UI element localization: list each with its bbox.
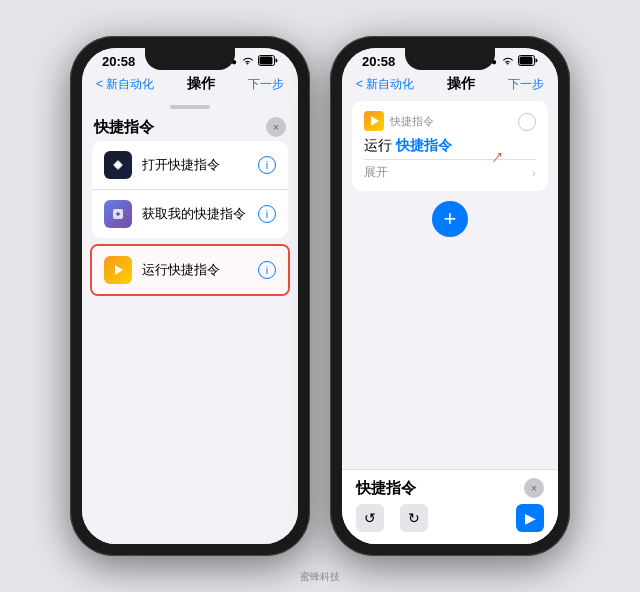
- list-container-left: 打开快捷指令 i 获取我的快捷指令: [92, 141, 288, 238]
- right-phone: 20:58 ●●● < 新自动化 操作 下一步: [330, 36, 570, 556]
- list-item-info-1[interactable]: i: [258, 156, 276, 174]
- action-card-icon: [364, 111, 384, 131]
- svg-point-2: [115, 162, 121, 168]
- action-card-label: 快捷指令: [390, 114, 434, 129]
- run-text: 运行: [364, 137, 392, 155]
- play-icon-button[interactable]: ▶: [516, 504, 544, 532]
- time-left: 20:58: [102, 54, 135, 69]
- list-item-highlighted-container: 运行快捷指令 i: [90, 244, 290, 296]
- bottom-panel: 快捷指令 × ↺ ↻ ▶: [342, 469, 558, 544]
- bottom-panel-icons: ↺ ↻ ▶: [356, 504, 544, 532]
- list-item-info-2[interactable]: i: [258, 205, 276, 223]
- screen-content-right: 快捷指令 运行 快捷指令 展开 › ↑: [342, 101, 558, 544]
- svg-marker-7: [371, 116, 379, 126]
- list-item-3[interactable]: 运行快捷指令 i: [92, 246, 288, 294]
- left-screen: 20:58 ●●● < 新自动化 操作 下一步: [82, 48, 298, 544]
- modal-close-left[interactable]: ×: [266, 117, 286, 137]
- bottom-panel-title: 快捷指令: [356, 479, 416, 498]
- watermark: 蜜蜂科技: [0, 570, 640, 584]
- next-button-right[interactable]: 下一步: [508, 76, 544, 93]
- nav-bar-left: < 新自动化 操作 下一步: [82, 71, 298, 101]
- back-button-left[interactable]: < 新自动化: [96, 76, 154, 93]
- action-card: 快捷指令 运行 快捷指令 展开 ›: [352, 101, 548, 191]
- back-button-right[interactable]: < 新自动化: [356, 76, 414, 93]
- right-screen: 20:58 ●●● < 新自动化 操作 下一步: [342, 48, 558, 544]
- expand-row[interactable]: 展开 ›: [364, 159, 536, 181]
- modal-header-left: 快捷指令 ×: [82, 109, 298, 141]
- battery-icon-right: [518, 55, 538, 68]
- nav-bar-right: < 新自动化 操作 下一步: [342, 71, 558, 101]
- expand-chevron-icon: ›: [532, 166, 536, 180]
- action-card-header: 快捷指令: [364, 111, 536, 131]
- list-item-icon-2: [104, 200, 132, 228]
- list-item-text-1: 打开快捷指令: [142, 156, 258, 174]
- expand-label: 展开: [364, 164, 388, 181]
- next-button-left[interactable]: 下一步: [248, 76, 284, 93]
- list-item-1[interactable]: 打开快捷指令 i: [92, 141, 288, 190]
- bottom-panel-close[interactable]: ×: [524, 478, 544, 498]
- add-button[interactable]: +: [432, 201, 468, 237]
- svg-rect-6: [520, 57, 533, 65]
- list-item-info-3[interactable]: i: [258, 261, 276, 279]
- svg-rect-1: [260, 57, 273, 65]
- battery-icon-left: [258, 55, 278, 68]
- notch-left: [145, 48, 235, 70]
- wifi-icon-left: [241, 56, 254, 68]
- nav-title-right: 操作: [447, 75, 475, 93]
- svg-marker-4: [115, 265, 123, 275]
- screen-content-left: 快捷指令 × 打开快捷指令: [82, 101, 298, 544]
- wifi-icon-right: [501, 56, 514, 68]
- shortcut-text[interactable]: 快捷指令: [396, 137, 452, 155]
- modal-title-left: 快捷指令: [94, 118, 154, 137]
- time-right: 20:58: [362, 54, 395, 69]
- notch-right: [405, 48, 495, 70]
- redo-icon-button[interactable]: ↻: [400, 504, 428, 532]
- list-item-text-3: 运行快捷指令: [142, 261, 258, 279]
- list-item-2[interactable]: 获取我的快捷指令 i: [92, 190, 288, 238]
- left-phone: 20:58 ●●● < 新自动化 操作 下一步: [70, 36, 310, 556]
- list-item-icon-3: [104, 256, 132, 284]
- action-card-circle[interactable]: [518, 113, 536, 131]
- action-row-run: 运行 快捷指令: [364, 137, 536, 155]
- bottom-panel-header: 快捷指令 ×: [356, 478, 544, 498]
- undo-icon-button[interactable]: ↺: [356, 504, 384, 532]
- nav-title-left: 操作: [187, 75, 215, 93]
- list-item-icon-1: [104, 151, 132, 179]
- list-item-text-2: 获取我的快捷指令: [142, 205, 258, 223]
